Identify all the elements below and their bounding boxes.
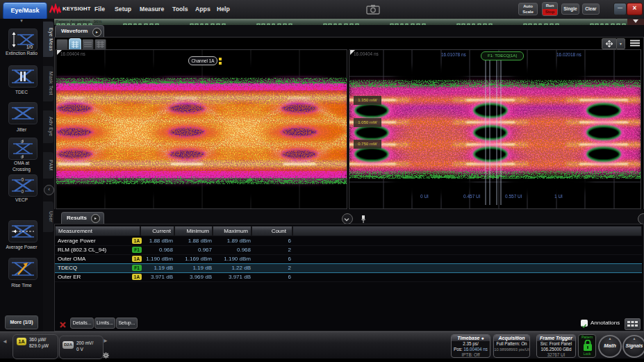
svg-text:0: 0: [22, 189, 24, 194]
svg-text:1/0: 1/0: [26, 44, 33, 49]
svg-text:0: 0: [22, 177, 24, 182]
